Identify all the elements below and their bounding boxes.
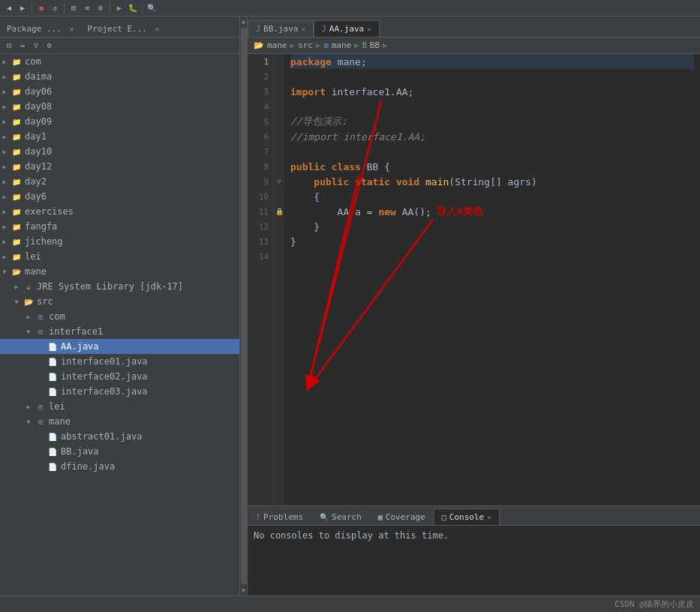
arrow-interface1[interactable]: ▼ <box>24 327 33 336</box>
breadcrumb-bb[interactable]: BB <box>370 40 380 50</box>
arrow-fangfa[interactable]: ▶ <box>0 222 9 231</box>
icon-abs: 📄 <box>47 431 59 442</box>
arrow-day12[interactable]: ▶ <box>0 162 9 171</box>
label-jicheng: jicheng <box>25 236 63 247</box>
tree-item-dfine[interactable]: ▶ 📄 dfine.java <box>0 459 239 474</box>
arrow-src-mane[interactable]: ▼ <box>24 417 33 426</box>
tree-item-src-lei[interactable]: ▶ ⊞ lei <box>0 399 239 414</box>
arrow-day10[interactable]: ▶ <box>0 147 9 156</box>
toolbar-back[interactable]: ◀ <box>3 2 15 14</box>
tree-item-mane[interactable]: ▼ 📂 mane <box>0 264 239 279</box>
arrow-daima[interactable]: ▶ <box>0 72 9 81</box>
tree-item-src-mane[interactable]: ▼ ⊞ mane <box>0 414 239 429</box>
toolbar-build[interactable]: ⊞ <box>68 2 80 14</box>
tree-item-interface1[interactable]: ▼ ⊞ interface1 <box>0 324 239 339</box>
tab-project[interactable]: Project E... ✕ <box>81 20 167 37</box>
tab-aa-label: AA.java <box>329 24 364 34</box>
arrow-com[interactable]: ▶ <box>0 57 9 66</box>
arrow-lei[interactable]: ▶ <box>0 252 9 261</box>
label-day12: day12 <box>25 161 52 172</box>
code-line-3: import interface1.AA; <box>290 84 694 99</box>
tab-bb[interactable]: J BB.java ✕ <box>248 20 314 37</box>
breadcrumb-mane2[interactable]: mane <box>332 40 352 50</box>
sidebar-sync-btn[interactable]: ↔ <box>17 40 29 52</box>
tree-item-if02[interactable]: ▶ 📄 interface02.java <box>0 369 239 384</box>
tree-item-abstract01[interactable]: ▶ 📄 abstract01.java <box>0 429 239 444</box>
tree-item-src[interactable]: ▼ 📂 src <box>0 294 239 309</box>
code-editor[interactable]: 1234567891011121314 ▽🔒 package mane;impo… <box>248 54 700 506</box>
breadcrumb-mane[interactable]: mane <box>267 40 287 50</box>
arrow-jicheng[interactable]: ▶ <box>0 237 9 246</box>
tab-bb-close[interactable]: ✕ <box>301 26 305 33</box>
arrow-src[interactable]: ▼ <box>12 297 21 306</box>
tree-item-exercises[interactable]: ▶ 📁 exercises <box>0 204 239 219</box>
code-content[interactable]: package mane;import interface1.AA;//导包演示… <box>284 54 700 506</box>
arrow-src-com[interactable]: ▶ <box>24 312 33 321</box>
breadcrumb-sep4: ▶ <box>383 40 388 50</box>
tab-aa-close[interactable]: ✕ <box>367 26 371 33</box>
tree-item-lei[interactable]: ▶ 📁 lei <box>0 249 239 264</box>
tree-item-src-com[interactable]: ▶ ⊞ com <box>0 309 239 324</box>
sidebar-collapse-btn[interactable]: ⊟ <box>3 40 15 52</box>
arrow-day1[interactable]: ▶ <box>0 132 9 141</box>
tab-aa[interactable]: J AA.java ✕ <box>314 20 380 37</box>
arrow-jre[interactable]: ▶ <box>12 282 21 291</box>
icon-day08: 📁 <box>11 101 23 112</box>
toolbar-settings[interactable]: ⚙ <box>95 2 107 14</box>
gutter-7 <box>274 144 284 159</box>
tree-item-jre[interactable]: ▶ ☕ JRE System Library [jdk-17] <box>0 279 239 294</box>
line-number-7: 7 <box>248 144 273 159</box>
toolbar-menu[interactable]: ≡ <box>81 2 93 14</box>
tree-item-fangfa[interactable]: ▶ 📁 fangfa <box>0 219 239 234</box>
tree-item-com[interactable]: ▶ 📁 com <box>0 54 239 69</box>
tree-item-day2[interactable]: ▶ 📁 day2 <box>0 174 239 189</box>
tab-search[interactable]: 🔍 Search <box>311 508 370 525</box>
tree-container[interactable]: ▶ 📁 com ▶ 📁 daima ▶ 📁 day06 <box>0 54 239 596</box>
tree-item-day10[interactable]: ▶ 📁 day10 <box>0 144 239 159</box>
line-gutter: ▽🔒 <box>274 54 284 506</box>
arrow-day2[interactable]: ▶ <box>0 177 9 186</box>
toolbar-search[interactable]: 🔍 <box>146 2 158 14</box>
scroll-thumb[interactable] <box>241 28 247 584</box>
tree-item-if03[interactable]: ▶ 📄 interface03.java <box>0 384 239 399</box>
tree-item-if01[interactable]: ▶ 📄 interface01.java <box>0 354 239 369</box>
toolbar-forward[interactable]: ▶ <box>17 2 29 14</box>
tab-console-close[interactable]: ✕ <box>487 514 491 521</box>
arrow-exercises[interactable]: ▶ <box>0 207 9 216</box>
toolbar-refresh[interactable]: ↺ <box>49 2 61 14</box>
tree-item-aajava[interactable]: ▶ 📄 AA.java <box>0 339 239 354</box>
tab-problems[interactable]: ! Problems <box>248 508 311 525</box>
tree-item-day1[interactable]: ▶ 📁 day1 <box>0 129 239 144</box>
tree-item-day08[interactable]: ▶ 📁 day08 <box>0 99 239 114</box>
icon-daima: 📁 <box>11 71 23 82</box>
scroll-up-icon[interactable]: ▲ <box>240 16 247 26</box>
arrow-day08[interactable]: ▶ <box>0 102 9 111</box>
tree-item-day09[interactable]: ▶ 📁 day09 <box>0 114 239 129</box>
tab-package-close[interactable]: ✕ <box>69 25 74 33</box>
arrow-day09[interactable]: ▶ <box>0 117 9 126</box>
breadcrumb-src[interactable]: src <box>298 40 313 50</box>
tree-item-jicheng[interactable]: ▶ 📁 jicheng <box>0 234 239 249</box>
arrow-day6[interactable]: ▶ <box>0 192 9 201</box>
arrow-day06[interactable]: ▶ <box>0 87 9 96</box>
tab-bb-label: BB.java <box>263 24 298 34</box>
tab-package[interactable]: Package ... ✕ <box>0 20 81 37</box>
toolbar-debug[interactable]: 🐛 <box>127 2 139 14</box>
sidebar-filter-btn[interactable]: ▽ <box>30 40 42 52</box>
tree-item-day06[interactable]: ▶ 📁 day06 <box>0 84 239 99</box>
tree-item-daima[interactable]: ▶ 📁 daima <box>0 69 239 84</box>
arrow-mane[interactable]: ▼ <box>0 267 9 276</box>
label-if01: interface01.java <box>61 356 148 367</box>
sidebar-scrollbar[interactable]: ▲ ▼ <box>240 16 248 596</box>
tree-item-bbjava[interactable]: ▶ 📄 BB.java <box>0 444 239 459</box>
tree-item-day12[interactable]: ▶ 📁 day12 <box>0 159 239 174</box>
tab-project-close[interactable]: ✕ <box>155 25 160 33</box>
toolbar-run[interactable]: ▶ <box>113 2 125 14</box>
tab-console[interactable]: □ Console ✕ <box>434 508 500 525</box>
toolbar-stop[interactable]: ◼ <box>35 2 47 14</box>
sidebar-gear-btn[interactable]: ⚙ <box>44 40 56 52</box>
tree-item-day6[interactable]: ▶ 📁 day6 <box>0 189 239 204</box>
scroll-down-icon[interactable]: ▼ <box>240 586 247 596</box>
arrow-src-lei[interactable]: ▶ <box>24 402 33 411</box>
tab-coverage[interactable]: ▦ Coverage <box>370 508 434 525</box>
